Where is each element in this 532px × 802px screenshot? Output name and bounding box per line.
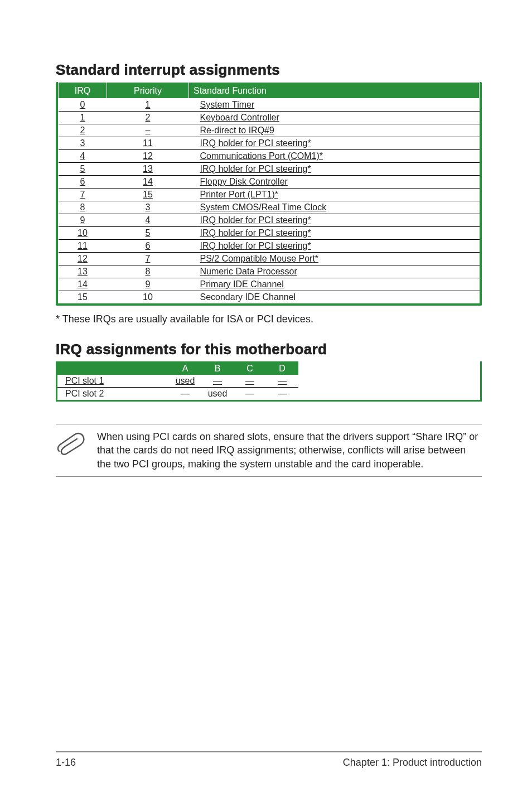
cell-irq: 2 [59,124,107,137]
cell-priority: 5 [107,227,189,240]
table-row: PCI slot 1used——— [57,375,298,388]
table-row: 01System Timer [59,99,480,112]
cell-priority: 13 [107,163,189,176]
table-row: 614Floppy Disk Controller [59,176,480,189]
cell-irq: 5 [59,163,107,176]
cell-slot-label: PCI slot 2 [57,388,169,400]
cell-function: Printer Port (LPT1)* [189,189,480,201]
col-header-c: C [234,361,266,375]
cell-priority: 3 [107,201,189,214]
table-row: 94IRQ holder for PCI steering* [59,214,480,227]
cell-function: IRQ holder for PCI steering* [189,227,480,240]
cell-slot-value: — [266,375,298,388]
col-header-priority: Priority [107,83,189,99]
cell-function: PS/2 Compatible Mouse Port* [189,253,480,265]
cell-slot-value: — [266,388,298,400]
cell-slot-value: — [234,388,266,400]
cell-priority: 9 [107,278,189,291]
table-row: 311IRQ holder for PCI steering* [59,137,480,150]
table-row: 83System CMOS/Real Time Clock [59,201,480,214]
col-header-function: Standard Function [189,83,480,99]
cell-irq: 14 [59,278,107,291]
cell-irq: 9 [59,214,107,227]
cell-priority: 10 [107,291,189,304]
cell-slot-value: — [201,375,234,388]
cell-function: Secondary IDE Channel [189,291,480,304]
table-row: 1510Secondary IDE Channel [59,291,480,304]
col-header-a: A [169,361,201,375]
cell-irq: 6 [59,176,107,189]
cell-slot-value: used [169,375,201,388]
col-header-blank [57,361,169,375]
mb-irq-table: ABCD PCI slot 1used———PCI slot 2—used—— [57,361,298,400]
cell-slot-value: — [234,375,266,388]
cell-irq: 1 [59,112,107,124]
cell-priority: 7 [107,253,189,265]
table-row: 12Keyboard Controller [59,112,480,124]
irq-table-container: IRQ Priority Standard Function 01System … [56,82,482,306]
cell-function: Communications Port (COM1)* [189,150,480,163]
cell-priority: 6 [107,240,189,253]
table-row: 513IRQ holder for PCI steering* [59,163,480,176]
cell-priority: – [107,124,189,137]
cell-irq: 7 [59,189,107,201]
table-row: 412Communications Port (COM1)* [59,150,480,163]
table-row: PCI slot 2—used—— [57,388,298,400]
cell-irq: 0 [59,99,107,112]
cell-function: Keyboard Controller [189,112,480,124]
footer-chapter-title: Chapter 1: Product introduction [343,757,482,769]
cell-priority: 8 [107,265,189,278]
callout-text: When using PCI cards on shared slots, en… [97,430,482,471]
cell-priority: 2 [107,112,189,124]
cell-priority: 15 [107,189,189,201]
cell-irq: 10 [59,227,107,240]
col-header-irq: IRQ [59,83,107,99]
cell-function: IRQ holder for PCI steering* [189,240,480,253]
cell-irq: 4 [59,150,107,163]
note-paperclip-icon [56,431,87,456]
cell-function: IRQ holder for PCI steering* [189,214,480,227]
cell-irq: 12 [59,253,107,265]
col-header-b: B [201,361,234,375]
mb-table-container: ABCD PCI slot 1used———PCI slot 2—used—— [56,361,482,402]
table-row: 2–Re-direct to IRQ#9 [59,124,480,137]
cell-irq: 8 [59,201,107,214]
cell-irq: 11 [59,240,107,253]
col-header-d: D [266,361,298,375]
table-row: 715Printer Port (LPT1)* [59,189,480,201]
cell-priority: 11 [107,137,189,150]
cell-function: Numeric Data Processor [189,265,480,278]
cell-function: Floppy Disk Controller [189,176,480,189]
heading-irq-assignments-mb: IRQ assignments for this motherboard [56,341,482,358]
cell-irq: 15 [59,291,107,304]
cell-function: Primary IDE Channel [189,278,480,291]
cell-irq: 3 [59,137,107,150]
irq-footnote: * These IRQs are usually available for I… [56,313,482,325]
table-row: 127PS/2 Compatible Mouse Port* [59,253,480,265]
irq-table: IRQ Priority Standard Function 01System … [58,82,480,303]
cell-function: System Timer [189,99,480,112]
cell-irq: 13 [59,265,107,278]
cell-slot-label: PCI slot 1 [57,375,169,388]
footer-page-number: 1-16 [56,757,76,769]
table-row: 105IRQ holder for PCI steering* [59,227,480,240]
info-callout: When using PCI cards on shared slots, en… [56,424,482,477]
cell-priority: 1 [107,99,189,112]
heading-standard-interrupt: Standard interrupt assignments [56,61,482,79]
cell-function: IRQ holder for PCI steering* [189,137,480,150]
page-footer: 1-16 Chapter 1: Product introduction [56,751,482,769]
cell-priority: 4 [107,214,189,227]
cell-function: Re-direct to IRQ#9 [189,124,480,137]
cell-priority: 12 [107,150,189,163]
cell-slot-value: — [169,388,201,400]
table-row: 149Primary IDE Channel [59,278,480,291]
cell-slot-value: used [201,388,234,400]
cell-function: IRQ holder for PCI steering* [189,163,480,176]
cell-function: System CMOS/Real Time Clock [189,201,480,214]
table-row: 138Numeric Data Processor [59,265,480,278]
table-row: 116IRQ holder for PCI steering* [59,240,480,253]
cell-priority: 14 [107,176,189,189]
